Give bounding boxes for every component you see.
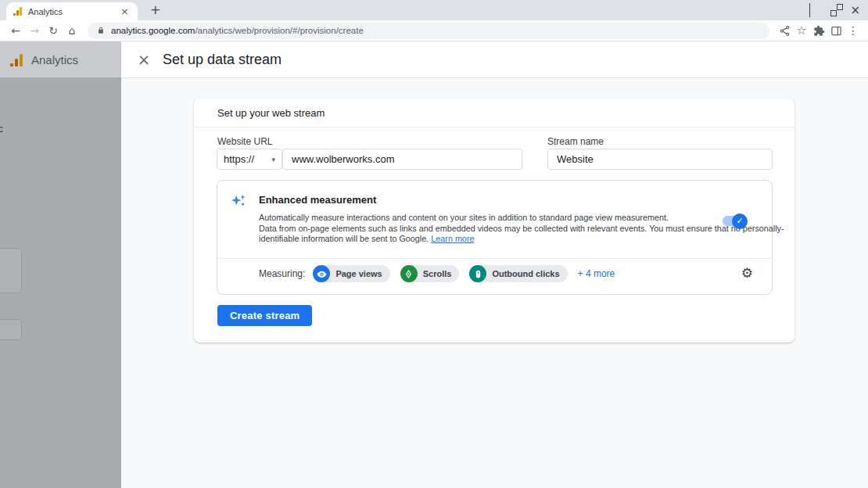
measuring-row: Measuring: Page views Scrolls xyxy=(259,264,615,283)
sparkle-icon xyxy=(230,192,247,213)
browser-menu-icon[interactable]: ⋮ xyxy=(845,24,862,37)
dimmed-field-outline xyxy=(0,248,22,293)
learn-more-link[interactable]: Learn more xyxy=(431,234,474,243)
web-stream-card: Set up your web stream Website URL https… xyxy=(194,99,794,343)
lock-icon xyxy=(97,26,105,35)
close-icon[interactable]: × xyxy=(138,52,150,67)
browser-window: Analytics × + × ← → ↻ ⌂ analytics.google… xyxy=(0,0,868,488)
back-icon[interactable]: ← xyxy=(6,24,25,37)
enhanced-measurement-title: Enhanced measurement xyxy=(259,194,376,206)
tab-close-icon[interactable]: × xyxy=(119,5,131,17)
extensions-icon[interactable] xyxy=(810,25,827,37)
divider xyxy=(217,258,772,259)
reload-icon[interactable]: ↻ xyxy=(44,24,63,37)
scrolls-icon xyxy=(400,265,418,282)
home-icon[interactable]: ⌂ xyxy=(63,24,81,37)
analytics-brand-header: Analytics xyxy=(0,41,121,77)
bookmark-star-icon[interactable]: ☆ xyxy=(793,23,810,38)
page-title: Set up data stream xyxy=(163,52,282,68)
measuring-label: Measuring: xyxy=(259,268,305,279)
browser-tab-analytics[interactable]: Analytics × xyxy=(6,2,138,20)
url-path: /analytics/web/provision/#/provision/cre… xyxy=(195,26,363,35)
account-label-clipped: Acc xyxy=(0,124,3,135)
analytics-favicon-icon xyxy=(13,7,22,16)
window-close-button[interactable]: × xyxy=(850,5,860,16)
eye-icon xyxy=(313,265,330,282)
gear-icon[interactable]: ⚙ xyxy=(741,264,753,282)
chevron-down-icon: ▾ xyxy=(271,156,275,163)
side-panel-icon[interactable] xyxy=(827,25,845,37)
website-url-label: Website URL xyxy=(217,136,272,147)
tab-search-chevron-icon[interactable] xyxy=(809,3,810,17)
dimmed-page-background: Acc xyxy=(0,77,121,488)
chip-outbound-clicks: Outbound clicks xyxy=(469,265,567,282)
tab-title: Analytics xyxy=(28,7,119,16)
dimmed-field-outline xyxy=(0,319,22,340)
browser-toolbar: ← → ↻ ⌂ analytics.google.com/analytics/w… xyxy=(0,20,868,41)
description-line: Data from on-page elements such as links… xyxy=(259,224,784,235)
more-chips-link[interactable]: + 4 more xyxy=(578,268,615,279)
url-domain: analytics.google.com xyxy=(111,26,195,35)
new-tab-button[interactable]: + xyxy=(150,2,160,18)
analytics-brand-label: Analytics xyxy=(31,53,78,66)
protocol-value: https:// xyxy=(224,153,254,165)
url-text: analytics.google.com/analytics/web/provi… xyxy=(111,26,364,35)
toggle-check-icon: ✓ xyxy=(732,214,748,229)
chip-label: Outbound clicks xyxy=(486,269,567,278)
protocol-select[interactable]: https:// ▾ xyxy=(217,149,282,170)
enhanced-measurement-toggle[interactable]: ✓ xyxy=(723,216,744,226)
enhanced-measurement-box: Enhanced measurement Automatically measu… xyxy=(217,180,773,295)
analytics-logo-icon xyxy=(10,53,23,66)
tab-strip: Analytics × + × xyxy=(0,0,868,20)
create-stream-button[interactable]: Create stream xyxy=(217,305,312,326)
chip-label: Scrolls xyxy=(418,269,460,278)
stream-name-input[interactable] xyxy=(547,149,773,170)
chip-page-views: Page views xyxy=(313,265,389,282)
analytics-sidebar-dimmed: Analytics Acc xyxy=(0,41,121,488)
enhanced-measurement-description: Automatically measure interactions and c… xyxy=(259,213,784,245)
address-bar[interactable]: analytics.google.com/analytics/web/provi… xyxy=(88,23,769,39)
chip-label: Page views xyxy=(330,269,389,278)
website-url-input[interactable] xyxy=(282,149,522,170)
mouse-icon xyxy=(469,265,486,282)
forward-icon[interactable]: → xyxy=(25,24,44,37)
share-icon[interactable] xyxy=(776,25,793,37)
panel-header: × Set up data stream xyxy=(121,41,868,78)
chip-scrolls: Scrolls xyxy=(400,265,460,282)
description-line: identifiable information will be sent to… xyxy=(259,234,784,245)
card-header: Set up your web stream xyxy=(194,99,794,127)
description-line: Automatically measure interactions and c… xyxy=(259,213,784,224)
stream-name-label: Stream name xyxy=(547,136,604,147)
setup-data-stream-panel: × Set up data stream Set up your web str… xyxy=(121,41,868,488)
